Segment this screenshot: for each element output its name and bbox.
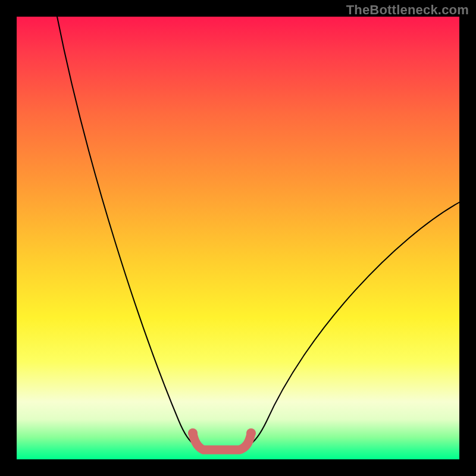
highlight-dot-right xyxy=(246,428,256,438)
curve-right xyxy=(249,202,459,445)
bottleneck-curve xyxy=(17,17,459,459)
chart-frame: TheBottleneck.com xyxy=(0,0,476,476)
curve-left xyxy=(57,17,195,445)
highlight-dot-left xyxy=(188,428,198,438)
highlight-u xyxy=(193,433,251,450)
watermark-text: TheBottleneck.com xyxy=(346,2,469,18)
